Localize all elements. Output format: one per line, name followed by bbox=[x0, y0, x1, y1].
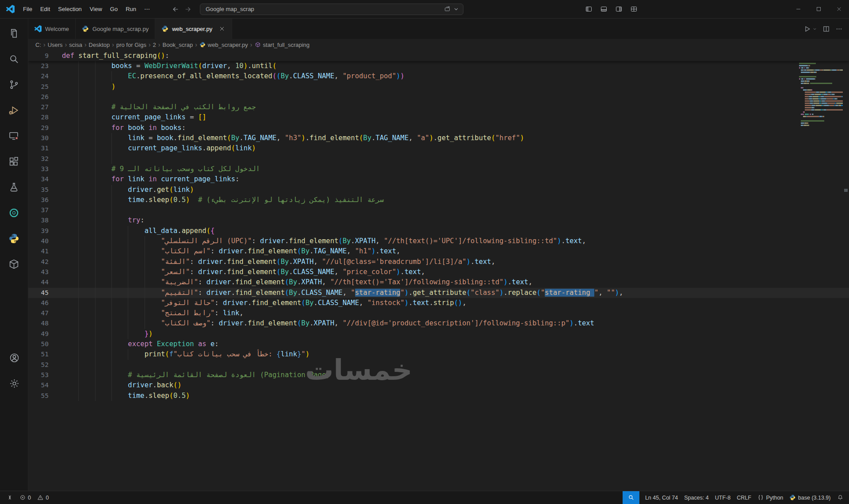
split-editor-icon[interactable] bbox=[822, 25, 830, 33]
breadcrumb-item-scisa[interactable]: scisa bbox=[69, 42, 82, 48]
menu-more[interactable]: ⋯ bbox=[140, 4, 154, 15]
line-number[interactable]: 37 bbox=[28, 205, 49, 215]
status-eol[interactable]: CRLF bbox=[734, 491, 754, 504]
breadcrumb-item-web-scraper-py[interactable]: web_scraper.py bbox=[199, 42, 248, 48]
back-arrow-icon[interactable] bbox=[172, 5, 180, 13]
line-number[interactable]: 23 bbox=[28, 61, 49, 71]
code-line-27[interactable]: 27 # جمع روابط الكتب في الصفحة الحالية bbox=[28, 102, 849, 112]
code-line-49[interactable]: 49 }) bbox=[28, 329, 849, 339]
editor[interactable]: 9def start_full_scraping(): 23 books = W… bbox=[28, 50, 849, 491]
status-language-mode[interactable]: Python bbox=[754, 491, 786, 504]
layout-panel-icon[interactable] bbox=[600, 5, 608, 13]
status-python-interpreter[interactable]: base (3.13.9) bbox=[786, 491, 834, 504]
breadcrumb-item-start-full-scraping[interactable]: start_full_scraping bbox=[255, 42, 310, 48]
close-button[interactable] bbox=[829, 0, 849, 19]
activity-explorer[interactable] bbox=[0, 22, 28, 44]
line-number[interactable]: 39 bbox=[28, 226, 49, 236]
activity-remote-explorer[interactable] bbox=[0, 125, 28, 147]
line-number[interactable]: 55 bbox=[28, 391, 49, 401]
sticky-line-9[interactable]: 9def start_full_scraping(): bbox=[28, 50, 849, 61]
code-line-30[interactable]: 30 link = book.find_element(By.TAG_NAME,… bbox=[28, 133, 849, 143]
menu-selection[interactable]: Selection bbox=[54, 4, 85, 15]
line-number[interactable]: 40 bbox=[28, 236, 49, 246]
code-line-24[interactable]: 24 EC.presence_of_all_elements_located((… bbox=[28, 71, 849, 81]
activity-ai-extension[interactable] bbox=[0, 202, 28, 224]
activity-source-control[interactable] bbox=[0, 73, 28, 95]
line-number[interactable]: 31 bbox=[28, 143, 49, 153]
menu-go[interactable]: Go bbox=[106, 4, 122, 15]
line-number[interactable]: 50 bbox=[28, 339, 49, 349]
tab-google-map-scrap-py[interactable]: Google map_scrap.py bbox=[76, 19, 155, 39]
code-line-34[interactable]: 34 for link in current_page_links: bbox=[28, 174, 849, 184]
run-options-icon[interactable] bbox=[812, 27, 817, 31]
breadcrumb-item-users[interactable]: Users bbox=[48, 42, 63, 48]
code-line-44[interactable]: 44 "الضريبة": driver.find_element(By.XPA… bbox=[28, 277, 849, 287]
code-line-42[interactable]: 42 "الفئة": driver.find_element(By.XPATH… bbox=[28, 257, 849, 267]
code-line-23[interactable]: 23 books = WebDriverWait(driver, 10).unt… bbox=[28, 61, 849, 71]
line-number[interactable]: 28 bbox=[28, 112, 49, 122]
code-line-41[interactable]: 41 "اسم الكتاب": driver.find_element(By.… bbox=[28, 246, 849, 256]
line-number[interactable]: 43 bbox=[28, 267, 49, 277]
line-number[interactable]: 46 bbox=[28, 298, 49, 308]
activity-extensions[interactable] bbox=[0, 150, 28, 172]
code-line-43[interactable]: 43 "السعر": driver.find_element(By.CLASS… bbox=[28, 267, 849, 277]
code-line-26[interactable]: 26 bbox=[28, 92, 849, 102]
code-line-36[interactable]: 36 time.sleep(0.5) # سرعة التنفيذ (يمكن … bbox=[28, 195, 849, 205]
menu-edit[interactable]: Edit bbox=[36, 4, 54, 15]
line-number[interactable]: 24 bbox=[28, 71, 49, 81]
code-line-47[interactable]: 47 "رابط المنتج": link, bbox=[28, 308, 849, 318]
code-line-29[interactable]: 29 for book in books: bbox=[28, 123, 849, 133]
code-line-39[interactable]: 39 all_data.append({ bbox=[28, 226, 849, 236]
code-line-52[interactable]: 52 bbox=[28, 360, 849, 370]
line-number[interactable]: 53 bbox=[28, 370, 49, 380]
line-number[interactable]: 38 bbox=[28, 215, 49, 225]
activity-python[interactable] bbox=[0, 227, 28, 249]
layout-sidebar-right-icon[interactable] bbox=[615, 5, 623, 13]
command-center[interactable]: Google map_scrap bbox=[200, 4, 463, 15]
activity-search[interactable] bbox=[0, 48, 28, 70]
code-line-45[interactable]: 45 "التقييم": driver.find_element(By.CLA… bbox=[28, 288, 849, 298]
code-line-31[interactable]: 31 current_page_links.append(link) bbox=[28, 143, 849, 153]
code-line-54[interactable]: 54 driver.back() bbox=[28, 380, 849, 390]
line-number[interactable]: 47 bbox=[28, 308, 49, 318]
minimize-button[interactable] bbox=[788, 0, 808, 19]
status-encoding[interactable]: UTF-8 bbox=[712, 491, 734, 504]
forward-arrow-icon[interactable] bbox=[184, 5, 192, 13]
line-number[interactable]: 54 bbox=[28, 380, 49, 390]
activity-run-and-debug[interactable] bbox=[0, 99, 28, 121]
code-line-51[interactable]: 51 print(f"خطأ في سحب بيانات كتاب: {link… bbox=[28, 349, 849, 359]
line-number[interactable]: 52 bbox=[28, 360, 49, 370]
line-number[interactable]: 49 bbox=[28, 329, 49, 339]
status-problems-errors[interactable]: 0 bbox=[16, 491, 34, 504]
line-number[interactable]: 45 bbox=[28, 288, 49, 298]
activity-accounts[interactable] bbox=[0, 348, 28, 367]
run-python-file-icon[interactable] bbox=[803, 25, 811, 33]
status-notifications[interactable] bbox=[834, 491, 847, 504]
breadcrumb-item-book-scrap[interactable]: Book_scrap bbox=[162, 42, 193, 48]
code-line-53[interactable]: 53 # العودة لصفحة القائمة الرئيسية (Pagi… bbox=[28, 370, 849, 380]
activity-testing[interactable] bbox=[0, 176, 28, 198]
scrollbar[interactable] bbox=[843, 50, 849, 491]
code-line-55[interactable]: 55 time.sleep(0.5) bbox=[28, 391, 849, 401]
line-number[interactable]: 30 bbox=[28, 133, 49, 143]
code-line-48[interactable]: 48 "وصف الكتاب": driver.find_element(By.… bbox=[28, 318, 849, 328]
code-line-32[interactable]: 32 bbox=[28, 154, 849, 164]
line-number[interactable]: 41 bbox=[28, 246, 49, 256]
line-number[interactable]: 33 bbox=[28, 164, 49, 174]
line-number[interactable]: 35 bbox=[28, 185, 49, 195]
activity-containers[interactable] bbox=[0, 253, 28, 275]
menu-view[interactable]: View bbox=[86, 4, 106, 15]
line-number[interactable]: 34 bbox=[28, 174, 49, 184]
line-number[interactable]: 51 bbox=[28, 349, 49, 359]
more-actions-icon[interactable] bbox=[835, 25, 843, 33]
code-line-28[interactable]: 28 current_page_links = [] bbox=[28, 112, 849, 122]
line-number[interactable]: 42 bbox=[28, 257, 49, 267]
menu-file[interactable]: File bbox=[19, 4, 36, 15]
close-icon[interactable] bbox=[218, 25, 226, 32]
breadcrumb-item-2[interactable]: 2 bbox=[153, 42, 156, 48]
line-number[interactable]: 32 bbox=[28, 154, 49, 164]
maximize-button[interactable] bbox=[808, 0, 829, 19]
line-number[interactable]: 27 bbox=[28, 102, 49, 112]
code-line-33[interactable]: 33 # الدخول لكل كتاب وسحب بياناته الـ 9 bbox=[28, 164, 849, 174]
status-remote-window[interactable] bbox=[4, 491, 16, 504]
